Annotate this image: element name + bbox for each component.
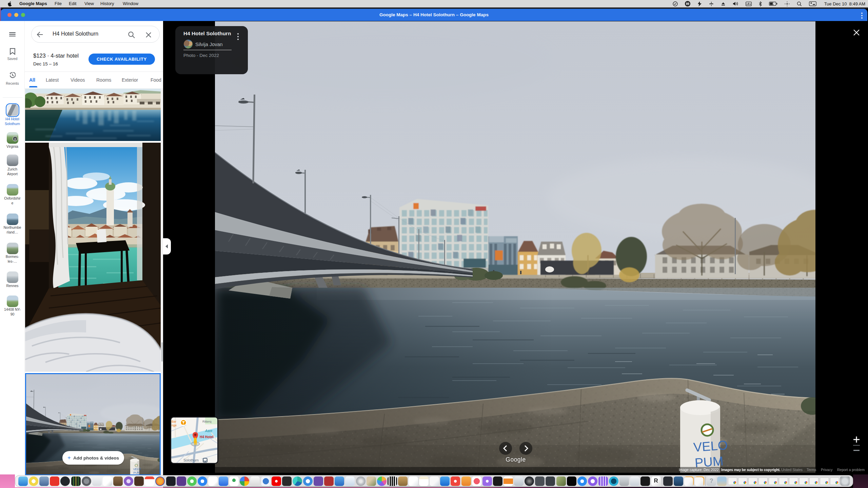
svg-text:nge: nge (172, 424, 177, 427)
svg-text:Aare: Aare (205, 429, 213, 433)
svg-text:Solothurn: Solothurn (183, 458, 199, 462)
svg-text:Bar: Bar (172, 420, 176, 423)
svg-text:Ritterq: Ritterq (202, 420, 212, 423)
svg-text:H4 Hotel: H4 Hotel (200, 435, 214, 439)
